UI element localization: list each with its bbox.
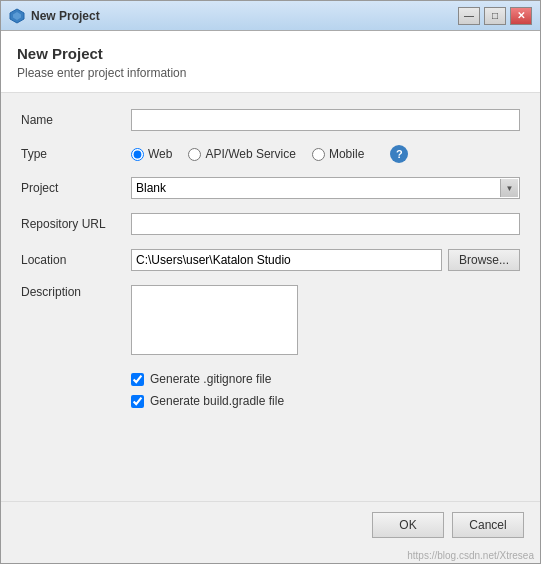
type-label: Type <box>21 147 131 161</box>
description-label: Description <box>21 285 131 299</box>
app-icon <box>9 8 25 24</box>
dialog-footer: OK Cancel <box>1 501 540 548</box>
description-row: Description <box>21 285 520 358</box>
location-label: Location <box>21 253 131 267</box>
gitignore-row: Generate .gitignore file <box>21 372 520 386</box>
project-select[interactable]: Blank <box>131 177 520 199</box>
type-web-option[interactable]: Web <box>131 147 172 161</box>
type-web-label: Web <box>148 147 172 161</box>
ok-button[interactable]: OK <box>372 512 444 538</box>
help-icon[interactable]: ? <box>390 145 408 163</box>
name-row: Name <box>21 109 520 131</box>
gitignore-label: Generate .gitignore file <box>150 372 271 386</box>
type-api-radio[interactable] <box>188 148 201 161</box>
minimize-button[interactable]: — <box>458 7 480 25</box>
type-control: Web API/Web Service Mobile ? <box>131 145 520 163</box>
cancel-button[interactable]: Cancel <box>452 512 524 538</box>
type-mobile-label: Mobile <box>329 147 364 161</box>
watermark: https://blog.csdn.net/Xtresea <box>1 548 540 563</box>
project-control: Blank ▼ <box>131 177 520 199</box>
gradle-label: Generate build.gradle file <box>150 394 284 408</box>
project-row: Project Blank ▼ <box>21 177 520 199</box>
window-controls: — □ ✕ <box>458 7 532 25</box>
type-row: Type Web API/Web Service Mobile ? <box>21 145 520 163</box>
browse-button[interactable]: Browse... <box>448 249 520 271</box>
gradle-row: Generate build.gradle file <box>21 394 520 408</box>
location-row: Location Browse... <box>21 249 520 271</box>
name-control <box>131 109 520 131</box>
form-content: Name Type Web API/Web Service <box>1 93 540 501</box>
name-input[interactable] <box>131 109 520 131</box>
gradle-checkbox[interactable] <box>131 395 144 408</box>
type-web-radio[interactable] <box>131 148 144 161</box>
type-api-option[interactable]: API/Web Service <box>188 147 295 161</box>
repo-row: Repository URL <box>21 213 520 235</box>
header-section: New Project Please enter project informa… <box>1 31 540 93</box>
close-button[interactable]: ✕ <box>510 7 532 25</box>
new-project-dialog: New Project — □ ✕ New Project Please ent… <box>0 0 541 564</box>
type-mobile-radio[interactable] <box>312 148 325 161</box>
type-mobile-option[interactable]: Mobile <box>312 147 364 161</box>
description-input[interactable] <box>131 285 298 355</box>
type-api-label: API/Web Service <box>205 147 295 161</box>
maximize-button[interactable]: □ <box>484 7 506 25</box>
location-input-group: Browse... <box>131 249 520 271</box>
type-radio-group: Web API/Web Service Mobile ? <box>131 145 520 163</box>
location-input[interactable] <box>131 249 442 271</box>
repo-control <box>131 213 520 235</box>
gitignore-checkbox[interactable] <box>131 373 144 386</box>
repo-label: Repository URL <box>21 217 131 231</box>
name-label: Name <box>21 113 131 127</box>
window-title: New Project <box>31 9 458 23</box>
titlebar: New Project — □ ✕ <box>1 1 540 31</box>
project-label: Project <box>21 181 131 195</box>
project-select-wrapper: Blank ▼ <box>131 177 520 199</box>
dialog-title: New Project <box>17 45 524 62</box>
location-control: Browse... <box>131 249 520 271</box>
dialog-subtitle: Please enter project information <box>17 66 524 80</box>
description-container <box>131 285 520 358</box>
repo-input[interactable] <box>131 213 520 235</box>
